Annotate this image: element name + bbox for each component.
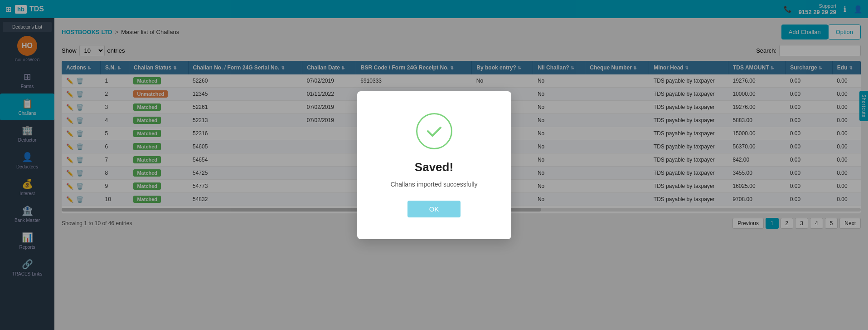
modal-title: Saved!	[415, 160, 453, 174]
modal-ok-button[interactable]: OK	[407, 201, 461, 217]
modal-overlay: Saved! Challans imported successfully OK	[0, 0, 868, 330]
modal-check-circle	[416, 113, 452, 149]
modal-message: Challans imported successfully	[390, 181, 477, 188]
success-modal: Saved! Challans imported successfully OK	[357, 91, 511, 239]
checkmark-icon	[424, 121, 444, 141]
